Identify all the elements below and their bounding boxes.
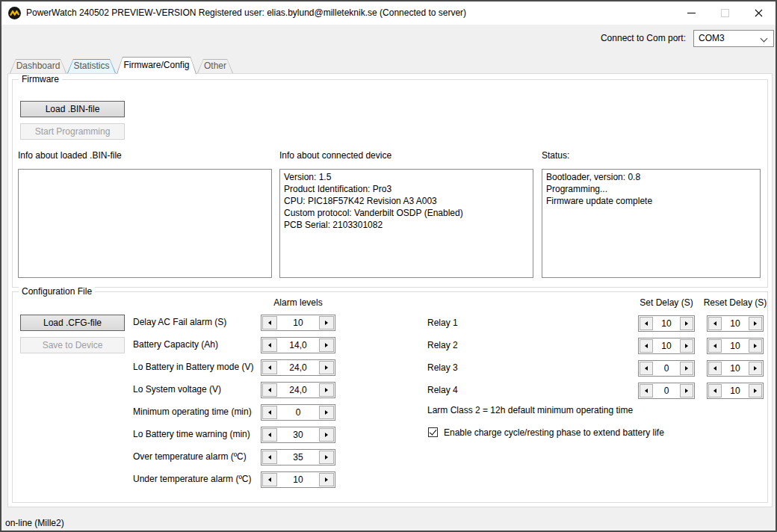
spinner-value[interactable]: 0	[653, 384, 680, 398]
status-line: Programming...	[546, 183, 756, 195]
increment-button[interactable]	[319, 316, 334, 330]
right-arrow-icon	[685, 389, 688, 393]
relay-2-reset-delay-spinner: 10	[707, 338, 764, 354]
window-controls	[675, 1, 776, 25]
left-arrow-icon	[713, 344, 716, 348]
relay-row-label: Relay 1	[427, 318, 458, 329]
right-arrow-icon	[325, 455, 328, 460]
decrement-button[interactable]	[640, 384, 653, 398]
spinner-value[interactable]: 10	[277, 316, 319, 330]
increment-button[interactable]	[319, 406, 334, 419]
alarm-spinner-under-temperature: 10	[261, 471, 335, 488]
tab-firmware-config[interactable]: Firmware/Config	[117, 57, 196, 74]
app-window: PowerWatch 240502 PREVIEW-VERSION Regist…	[0, 0, 777, 532]
spinner-value[interactable]: 0	[277, 406, 319, 419]
increment-button[interactable]	[749, 339, 762, 353]
spinner-value[interactable]: 0	[653, 362, 680, 375]
decrement-button[interactable]	[640, 362, 653, 375]
increment-button[interactable]	[749, 317, 762, 330]
increment-button[interactable]	[319, 451, 334, 464]
tab-label: Dashboard	[10, 59, 66, 73]
com-port-select[interactable]: COM3	[693, 30, 774, 47]
right-arrow-icon	[754, 344, 757, 348]
decrement-button[interactable]	[708, 317, 722, 330]
left-arrow-icon	[645, 344, 648, 348]
decrement-button[interactable]	[262, 406, 277, 419]
increment-button[interactable]	[319, 361, 334, 374]
spinner-value[interactable]: 10	[722, 339, 749, 353]
increment-button[interactable]	[319, 428, 334, 442]
relay-3-set-delay-spinner: 0	[638, 360, 695, 377]
maximize-button[interactable]	[708, 1, 742, 25]
spinner-value[interactable]: 10	[722, 317, 749, 330]
decrement-button[interactable]	[262, 428, 277, 442]
alarm-row-label: Lo System voltage (V)	[133, 384, 221, 395]
increment-button[interactable]	[680, 384, 693, 398]
start-programming-button[interactable]: Start Programming	[20, 123, 125, 140]
right-arrow-icon	[754, 366, 757, 371]
decrement-button[interactable]	[640, 317, 653, 330]
tab-label: Firmware/Config	[117, 57, 196, 73]
tab-other[interactable]: Other	[197, 59, 233, 73]
minimize-button[interactable]	[675, 1, 708, 25]
alarm-spinner-lo-battery-time-warning: 30	[261, 427, 335, 443]
app-logo-icon	[8, 7, 21, 19]
alarm-row-label: Lo Battery in Battery mode (V)	[133, 362, 253, 373]
connected-device-info-panel[interactable]: Version: 1.5 Product Identification: Pro…	[279, 169, 533, 278]
charge-cycle-checkbox[interactable]	[428, 427, 438, 437]
left-arrow-icon	[645, 321, 648, 326]
left-arrow-icon	[268, 321, 271, 325]
close-button[interactable]	[742, 1, 776, 25]
alarm-row-label: Delay AC Fail alarm (S)	[133, 317, 226, 328]
decrement-button[interactable]	[708, 339, 722, 353]
save-to-device-button[interactable]: Save to Device	[20, 337, 125, 353]
alarm-row-label: Under temperature alarm (ºC)	[133, 474, 251, 485]
decrement-button[interactable]	[262, 316, 277, 330]
spinner-value[interactable]: 10	[277, 473, 319, 486]
alarm-spinner-min-operating-time: 0	[261, 404, 335, 421]
decrement-button[interactable]	[262, 451, 277, 464]
increment-button[interactable]	[680, 317, 693, 330]
decrement-button[interactable]	[640, 339, 653, 353]
spinner-value[interactable]: 24,0	[277, 361, 319, 374]
right-arrow-icon	[325, 343, 328, 347]
increment-button[interactable]	[319, 473, 334, 486]
spinner-value[interactable]: 10	[653, 317, 680, 330]
spinner-value[interactable]: 10	[653, 339, 680, 353]
statusbar-text: on-line (Mille2)	[5, 517, 64, 529]
decrement-button[interactable]	[262, 473, 277, 486]
load-cfg-file-button[interactable]: Load .CFG-file	[20, 315, 125, 331]
increment-button[interactable]	[319, 338, 334, 352]
spinner-value[interactable]: 30	[277, 428, 319, 442]
spinner-value[interactable]: 24,0	[277, 383, 319, 397]
decrement-button[interactable]	[262, 383, 277, 397]
status-panel[interactable]: Bootloader, version: 0.8 Programming... …	[542, 169, 761, 278]
tab-statistics[interactable]: Statistics	[67, 59, 116, 73]
tab-dashboard[interactable]: Dashboard	[10, 59, 66, 73]
increment-button[interactable]	[680, 339, 693, 353]
load-bin-file-button[interactable]: Load .BIN-file	[20, 101, 125, 117]
increment-button[interactable]	[749, 384, 762, 398]
right-arrow-icon	[685, 344, 688, 348]
right-arrow-icon	[325, 410, 328, 415]
set-delay-header: Set Delay (S)	[633, 297, 700, 309]
spinner-value[interactable]: 35	[277, 451, 319, 464]
increment-button[interactable]	[319, 383, 334, 397]
increment-button[interactable]	[749, 362, 762, 375]
decrement-button[interactable]	[262, 338, 277, 352]
decrement-button[interactable]	[708, 384, 722, 398]
alarm-row-label: Lo Battery time warning (min)	[133, 429, 250, 440]
left-arrow-icon	[268, 365, 271, 370]
increment-button[interactable]	[680, 362, 693, 375]
loaded-bin-info-panel[interactable]	[18, 169, 272, 278]
left-arrow-icon	[268, 455, 271, 460]
decrement-button[interactable]	[708, 362, 722, 375]
device-info-line: Product Identification: Pro3	[284, 183, 529, 195]
decrement-button[interactable]	[262, 361, 277, 374]
spinner-value[interactable]: 10	[722, 384, 749, 398]
spinner-value[interactable]: 10	[722, 362, 749, 375]
left-arrow-icon	[268, 433, 271, 437]
title-bar: PowerWatch 240502 PREVIEW-VERSION Regist…	[1, 1, 776, 25]
spinner-value[interactable]: 14,0	[277, 338, 319, 352]
left-arrow-icon	[268, 388, 271, 392]
